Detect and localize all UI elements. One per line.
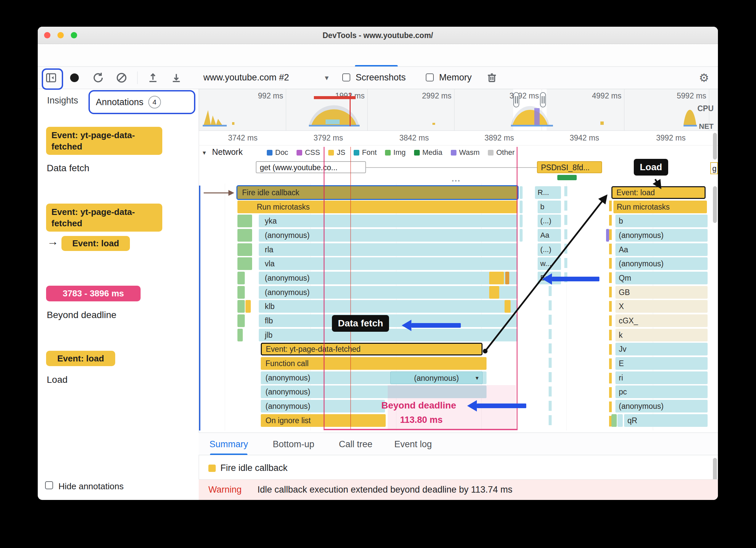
network-request[interactable]: PSDnSI_8fd... [537,161,602,173]
flame-bar[interactable]: b [615,215,708,227]
reload-record-icon[interactable] [92,72,104,84]
screenshots-label[interactable]: Screenshots [356,72,406,83]
flame-bar-annotated-data-fetch[interactable]: Event: yt-page-data-fetched [261,343,483,355]
tab-summary[interactable]: Summary [209,439,248,450]
network-request[interactable]: get (www.youtube.co... [256,161,366,173]
ruler-tick: 3992 ms [656,133,686,143]
flame-bar[interactable]: k [615,329,708,341]
flame-bar[interactable]: Fire idle callback [237,186,518,199]
panel-settings-gear-icon[interactable]: ⚙ [699,71,709,84]
flame-bar[interactable]: GB [615,286,708,299]
sidebar-tab-insights[interactable]: Insights [47,95,78,106]
annotation-link-to-pill[interactable]: Event: load [61,236,130,251]
flame-bar[interactable]: (anonymous) [615,257,708,270]
blue-arrow [477,403,526,408]
blue-arrow-head-icon [402,320,411,331]
flame-bar[interactable]: On ignore list [261,414,386,427]
history-select-caret-icon[interactable]: ▼ [324,74,330,82]
flame-bar[interactable]: Function call [261,357,487,370]
flame-bar[interactable]: w... [538,257,561,270]
legend-item: Font [354,148,377,157]
flame-bar[interactable]: (anonymous) [615,400,708,413]
clear-icon[interactable] [116,72,128,84]
flame-sliver [611,414,617,427]
annotation-pill-data-fetch-event[interactable]: Event: yt-page-data-fetched [46,127,162,155]
screenshots-checkbox[interactable] [342,73,350,81]
flame-bar[interactable]: (anonymous) [261,400,385,413]
flame-bar-annotated-load[interactable]: Event: load [611,186,706,199]
legend-item: Img [385,148,406,157]
download-profile-icon[interactable] [170,72,182,84]
annotations-count-badge: 4 [148,96,161,108]
flame-bar[interactable]: X [615,300,708,313]
scrollbar-thumb[interactable] [713,458,717,481]
annotation-link-from-pill[interactable]: Event: yt-page-data-fetched [46,204,162,232]
scrollbar-thumb[interactable] [713,186,717,223]
network-disclosure-icon[interactable]: ▾ [203,149,206,157]
flame-bar[interactable]: b [538,201,561,213]
record-button[interactable] [70,73,79,82]
flame-sliver [606,229,609,242]
data-fetch-annotation-label[interactable]: Data fetch [332,315,389,332]
blue-arrow-head-icon [542,273,552,285]
flame-bar[interactable]: (...) [538,215,561,227]
flame-sliver-column [549,286,552,429]
flame-bar[interactable]: (anonymous) [259,286,518,299]
legend-swatch [328,150,334,156]
flame-bar[interactable]: qR [624,414,708,427]
load-annotation-label[interactable]: Load [634,159,668,176]
sidebar-tab-annotations[interactable]: Annotations 4 [88,90,195,114]
annotation-caption[interactable]: Data fetch [47,163,89,174]
flame-bar[interactable]: yka [259,215,518,227]
collect-garbage-icon[interactable] [486,72,498,84]
hide-annotations-label[interactable]: Hide annotations [58,481,124,492]
flame-bar-collapsed[interactable]: (anonymous) ▼ [390,371,483,384]
expand-caret-icon[interactable]: ▼ [475,372,480,384]
flame-bar[interactable]: Aa [615,243,708,256]
flame-bar[interactable]: vla [259,257,518,270]
scrollbar-thumb[interactable] [713,133,717,160]
overview-window-handle-right[interactable] [540,92,546,107]
toggle-sidebar-icon[interactable] [45,72,57,84]
flame-sliver [245,300,251,313]
network-track-title[interactable]: Network [212,147,243,157]
flame-bar[interactable]: Jv [615,343,708,355]
network-request-clipped[interactable]: g [710,162,718,174]
flame-bar[interactable]: (anonymous) [615,229,708,242]
track-splitter-dots-icon[interactable]: ••• [452,178,461,184]
history-select[interactable]: www.youtube.com #2 [203,72,289,83]
beyond-deadline-annotation-text[interactable]: Beyond deadline [381,400,456,411]
memory-checkbox-label[interactable]: Memory [439,72,472,83]
flame-bar[interactable]: rla [259,243,518,256]
flame-sliver [237,314,245,327]
annotation-caption[interactable]: Beyond deadline [47,310,117,320]
tab-event-log[interactable]: Event log [394,439,432,450]
annotation-caption[interactable]: Load [47,374,67,385]
annotation-pill-time-range[interactable]: 3783 - 3896 ms [46,286,141,301]
ruler-bottom-border [199,145,718,146]
hide-annotations-checkbox[interactable] [45,481,53,489]
flame-bar[interactable]: cGX_ [615,314,708,327]
flame-bar[interactable]: ri [615,371,708,384]
overview-window-handle-left[interactable] [513,92,519,107]
overview-bottom-border [199,130,718,131]
flame-bar[interactable]: Qm [615,272,708,284]
upload-profile-icon[interactable] [147,72,159,84]
flame-bar[interactable]: Run microtasks [237,201,518,213]
flame-bar[interactable]: (anonymous) [259,272,518,284]
annotation-pill-load-event[interactable]: Event: load [46,351,115,366]
legend-item: JS [328,148,345,157]
flame-bar[interactable]: (anonymous) [259,229,518,242]
flame-bar[interactable]: (...) [538,243,561,256]
tab-call-tree[interactable]: Call tree [339,439,373,450]
summary-event-name: Fire idle callback [220,463,288,473]
tab-bottom-up[interactable]: Bottom-up [273,439,315,450]
flame-bar[interactable]: Run microtasks [613,201,707,213]
flame-bar[interactable]: E [615,357,708,370]
flame-bar[interactable]: R... [535,186,561,199]
flame-bar[interactable]: Aa [538,229,561,242]
active-tab-underline [355,65,398,66]
flame-bar[interactable]: pc [615,385,708,398]
memory-checkbox[interactable] [426,73,434,81]
flame-bar[interactable]: klb [259,300,518,313]
